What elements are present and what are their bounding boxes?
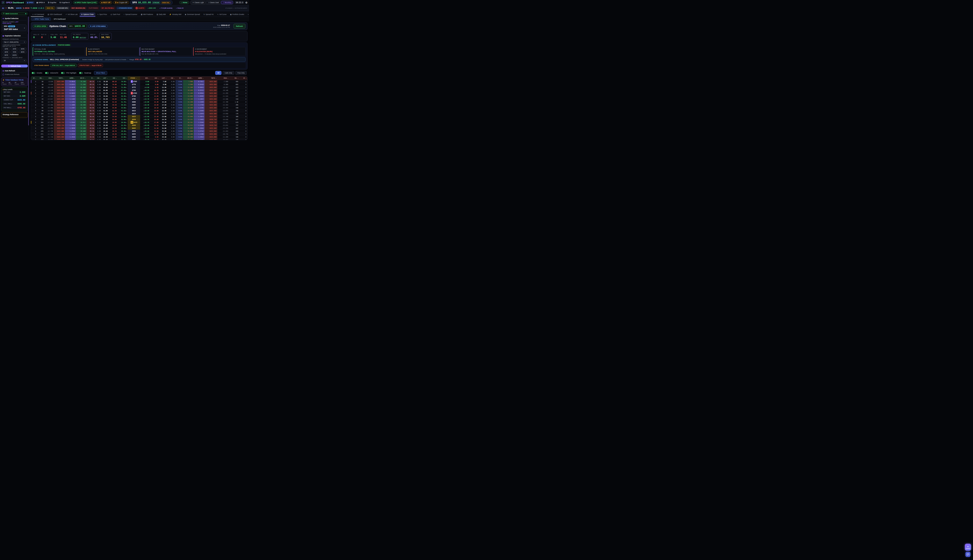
tab-gex-dashboard[interactable]: ▥GEX Dashboard	[46, 12, 64, 17]
filter-all[interactable]: All	[215, 71, 222, 75]
toggle-itm-highlight[interactable]: ITM Highlight	[61, 72, 76, 74]
toggle-greeks[interactable]: Greeks	[32, 72, 42, 74]
table-row[interactable]: 0322-10.9226835.0801.143113.40029.6%0.00…	[31, 138, 247, 140]
refresh-button[interactable]: Refresh	[234, 24, 246, 28]
tab-algo-scanner[interactable]: ⌁Algo Scanner	[246, 12, 249, 17]
table-row[interactable]: 0304-17.3856838.7501.554428.91151.7%0.00…	[31, 121, 247, 124]
theme-classic-light[interactable]: ☀Classic Light	[191, 1, 206, 4]
tab-daily-mm[interactable]: ▤Daily MM	[155, 12, 167, 17]
app-switch-cryptex-x[interactable]: ⇅CrypTex-X	[58, 1, 71, 4]
table-row[interactable]: 0320-17.0966838.7501.555026.10248.8%0.00…	[31, 124, 247, 127]
table-row[interactable]: 088-14.2416835.0801.306834.90056.4%0.003…	[31, 115, 247, 118]
column-header-iv[interactable]: IV ▲	[176, 77, 183, 80]
table-row[interactable]: 0153-13.4356835.0801.303023.40042.9%0.00…	[31, 127, 247, 130]
column-header-vega[interactable]: VEGA ▲	[44, 77, 54, 80]
settings-gear-icon[interactable]: ⚙	[245, 1, 247, 4]
filter-calls-only[interactable]: Calls Only	[222, 71, 234, 75]
toggle-track[interactable]	[45, 72, 49, 74]
rest-toggle[interactable]: REST Off	[100, 1, 112, 4]
tab-options-chain[interactable]: ⊖Options Chain	[80, 12, 95, 17]
tabs-scrollbar[interactable]	[31, 16, 43, 17]
tab-dominant-spread[interactable]: ◉Dominant Spread	[183, 12, 202, 17]
table-row[interactable]: 027-12.3816835.0801.040959.80075.6%0.005…	[31, 95, 247, 98]
refresh-data-button[interactable]: ↻Refresh Data	[1, 65, 28, 67]
app-switch-opex-x[interactable]: ▣OPEX-X	[35, 1, 46, 4]
column-header-iv[interactable]: IV ▲	[87, 77, 95, 80]
symbol-select[interactable]: SPXINDICES S&P 500 Index ▼	[3, 25, 27, 31]
table-row[interactable]: 0271-12.5496835.0801.241518.00036.0%0.00…	[31, 133, 247, 135]
column-header-oi[interactable]: OI ▲	[239, 77, 247, 80]
checkbox[interactable]	[3, 74, 4, 75]
toggle-track[interactable]	[79, 72, 83, 74]
dte-option-1dte[interactable]: 1DTE	[3, 48, 10, 50]
column-header-delta[interactable]: DELTA ▲	[76, 77, 87, 80]
table-row[interactable]: 033-13.8176835.0801.118353.30071.9%0.005…	[31, 98, 247, 100]
dte-option-10dte[interactable]: 10DTE	[11, 54, 18, 57]
tab-dark-pool[interactable]: ◎Dark Pool	[109, 12, 122, 17]
app-switch-opex[interactable]: ▮OPEX	[26, 1, 35, 4]
tab-vol-curve[interactable]: ∿Vol Curve	[216, 12, 228, 17]
column-header-chg[interactable]: CHG ▲	[167, 77, 176, 80]
table-row[interactable]: 0436-11.7186835.0801.191615.50032.3%0.00…	[31, 135, 247, 138]
column-header-ask[interactable]: ASK ▲	[109, 77, 117, 80]
sidebar-scrollbar[interactable]	[28, 17, 29, 125]
dte-option-3dte[interactable]: 3DTE	[19, 48, 27, 50]
column-header-bid[interactable]: BID ▲	[117, 77, 128, 80]
column-header-bid[interactable]: BID ▲	[140, 77, 150, 80]
column-header-ask[interactable]: ASK ▲	[150, 77, 159, 80]
toggle-heatmap[interactable]: Heatmap	[79, 72, 91, 74]
column-header-chg[interactable]: CHG ▲	[95, 77, 102, 80]
column-header-vega[interactable]: VEGA ▲	[217, 77, 229, 80]
table-row[interactable]: 066-14.4966835.0801.238741.70064.9%0.004…	[31, 107, 247, 109]
app-switch-cryptex[interactable]: ₿CrypTex	[47, 1, 58, 4]
table-row[interactable]: 016-8.2186835.0800.985957.70077.9%0.0057…	[31, 92, 247, 95]
column-header-last[interactable]: LAST ▲	[159, 77, 167, 80]
show-filters-button[interactable]: Show Filters	[94, 71, 107, 75]
tab-ai-command[interactable]: ◇AI Command	[31, 12, 45, 17]
tab-mm-positions[interactable]: ▦MM Positions	[139, 12, 154, 17]
table-row[interactable]: 052-13.3666835.0801.180848.50068.4%0.004…	[31, 103, 247, 107]
tab-vol-skew-lab[interactable]: ↗Vol Skew Lab	[64, 12, 79, 17]
table-row[interactable]: 0125-14.3426835.0801.286538.20059.5%0.00…	[31, 112, 247, 115]
dte-option-8dte[interactable]: 8DTE	[19, 51, 27, 53]
crypto-toggle[interactable]: ₿Crypto Off	[114, 1, 129, 4]
enable-auto-refresh[interactable]: Enable Auto-Refresh	[3, 73, 27, 75]
table-row[interactable]: 058-8.8206835.0800.801678.30084.2%0.0078…	[31, 80, 247, 83]
theme-moonboy[interactable]: ☽Moonboy	[221, 1, 233, 4]
primary-expiration-select[interactable]: Feb 17, 2026 (1DTE)▼	[3, 40, 27, 44]
otm-call-buy-badge[interactable]: OTM CALL BUY — target 6885.08	[50, 64, 77, 67]
column-header-vol[interactable]: VOL ▲	[229, 77, 239, 80]
toggle-track[interactable]	[61, 72, 65, 74]
tab-spread-viz[interactable]: ↯Spread Viz	[202, 12, 215, 17]
table-row[interactable]: 0129-17.4826838.7501.546331.90054.5%0.00…	[31, 118, 247, 121]
tab-intraday-mm[interactable]: ⚡Intraday MM	[168, 12, 183, 17]
dte-option-7dte[interactable]: 7DTE	[11, 51, 18, 53]
filter-puts-only[interactable]: Puts Only	[235, 71, 247, 75]
otm-put-buy-badge[interactable]: OTM PUT BUY — target 6785.08	[78, 64, 103, 67]
theme-classic-dark[interactable]: ☽Classic Dark	[206, 1, 220, 4]
column-header-vol[interactable]: VOL ▲	[37, 77, 44, 80]
table-row[interactable]: 015-9.5196835.0800.951764.00079.2%0.0064…	[31, 89, 247, 92]
table-row[interactable]: 050-10.4196835.0800.887069.90081.5%0.006…	[31, 86, 247, 89]
column-header-theta[interactable]: THETA ▲	[54, 77, 65, 80]
column-header-gamma[interactable]: GAMMA ▲	[194, 77, 204, 80]
toggle-track[interactable]	[32, 72, 35, 74]
column-header-delta[interactable]: DELTA ▲	[183, 77, 194, 80]
column-header-last[interactable]: LAST ▲	[102, 77, 109, 80]
column-header-theta[interactable]: THETA ▲	[204, 77, 217, 80]
breadcrumb-home[interactable]: ⌂OPEX Trader Home	[31, 18, 51, 21]
column-header-strike[interactable]: STRIKE ▲	[128, 77, 140, 80]
table-row[interactable]: 090-13.9016835.0801.256241.80062.7%0.004…	[31, 109, 247, 112]
column-header-oi[interactable]: OI ▲	[31, 77, 37, 80]
tab-portfolio-greeks[interactable]: ▣Portfolio Greeks	[229, 12, 246, 17]
home-button[interactable]: ⌂Home	[179, 1, 189, 4]
dte-option-9dte[interactable]: 9DTE	[3, 54, 10, 57]
column-header-gamma[interactable]: GAMMA ▲	[65, 77, 76, 80]
table-row[interactable]: 0478-12.7396835.0801.275220.40039.2%0.00…	[31, 130, 247, 133]
table-row[interactable]: 030-8.8206835.0800.833173.30083.2%0.0073…	[31, 83, 247, 86]
tab-spread-scanner[interactable]: ○Spread Scanner	[122, 12, 139, 17]
dte-option-4dte[interactable]: 4DTE	[3, 51, 10, 53]
dte-option-2dte[interactable]: 2DTE	[11, 48, 18, 50]
tab-spot-price[interactable]: ∿Spot Price	[96, 12, 109, 17]
table-row[interactable]: 081-12.7536835.0801.129152.10071.4%0.005…	[31, 100, 247, 103]
